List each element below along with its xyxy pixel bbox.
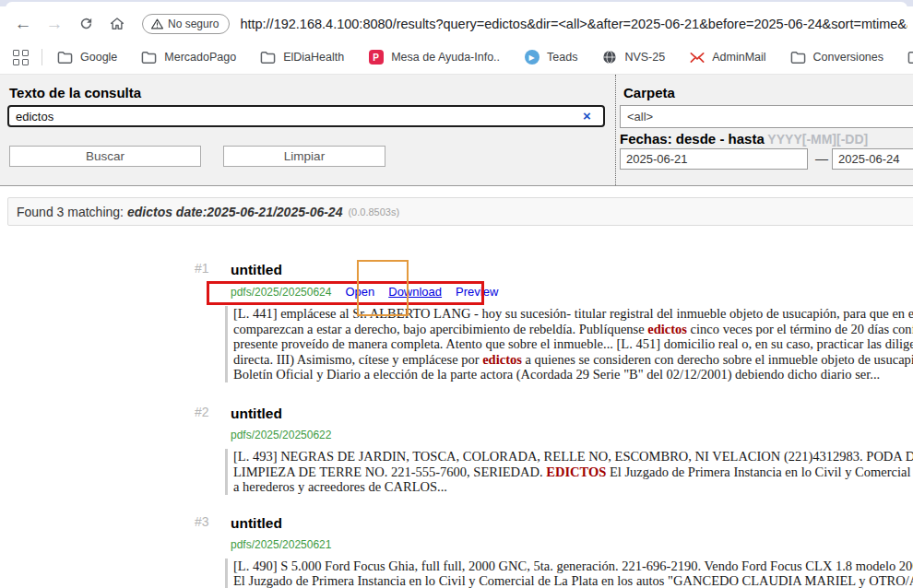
found-time: (0.0.8503s) <box>348 206 399 218</box>
result-title: untitled <box>231 514 913 532</box>
result-title: untitled <box>231 405 913 422</box>
bookmark-item[interactable]: AdminMail <box>689 50 765 65</box>
folder-select[interactable]: <all> <box>620 105 913 128</box>
search-form: Texto de la consulta × Buscar Limpiar Ca… <box>0 75 913 186</box>
warning-icon <box>151 18 163 29</box>
excerpt-line: Boletín Oficial y Diario a elección de l… <box>233 367 913 382</box>
bookmark-item[interactable]: MercadoPago <box>141 50 236 65</box>
excerpt-text: El Juzgado de Primera Instancia en lo Ci… <box>606 465 913 479</box>
result-title: untitled <box>231 261 913 278</box>
highlighted-term: EDICTOS <box>546 465 606 479</box>
bookmark-label: AdminMail <box>712 51 765 64</box>
mail-icon <box>689 50 705 65</box>
bookmark-item[interactable]: Google <box>57 50 117 65</box>
excerpt-text: Boletín Oficial y Diario a elección de l… <box>233 367 880 382</box>
reload-button[interactable] <box>72 10 100 38</box>
result-item: #2untitledpdfs/2025/20250622[L. 493] NEG… <box>0 382 913 495</box>
date-to-input[interactable] <box>832 148 913 170</box>
folder-label: Carpeta <box>623 85 675 100</box>
excerpt-line: LIMPIEZA DE TERRE NO. 221-555-7600, SERI… <box>233 465 913 480</box>
bookmark-item[interactable]: NVS-25 <box>601 50 665 65</box>
result-excerpt: [L. 490] S 5.000 Ford Focus Ghia, full f… <box>225 559 913 588</box>
result-index: #3 <box>195 514 209 529</box>
excerpt-line: [L. 490] S 5.000 Ford Focus Ghia, full f… <box>233 559 913 574</box>
folder-icon <box>790 50 806 65</box>
bookmarks-separator <box>42 49 42 65</box>
back-button[interactable]: ← <box>9 10 37 38</box>
browser-toolbar: ← → No seguro http://192.168.4.100:8080/… <box>0 6 913 41</box>
excerpt-line: [L. 441] emplácese al Sr. ALBERTO LANG -… <box>233 306 913 322</box>
bookmark-item[interactable]: Sorteos <box>907 50 913 65</box>
found-prefix: Found 3 matching: <box>17 205 124 219</box>
excerpt-text: cinco veces por el término de 20 días co… <box>687 322 913 336</box>
clear-input-icon[interactable]: × <box>583 108 591 124</box>
result-excerpt: [L. 441] emplácese al Sr. ALBERTO LANG -… <box>225 306 913 382</box>
excerpt-line: El Juzgado de Primera Instancia en lo Ci… <box>233 573 913 588</box>
result-path: pdfs/2025/20250621 <box>231 538 331 552</box>
excerpt-line: comparezcan a estar a derecho, bajo aper… <box>233 322 913 337</box>
result-index: #1 <box>195 261 209 276</box>
forward-button[interactable]: → <box>41 10 68 38</box>
preview-link[interactable]: Preview <box>456 285 498 299</box>
result-path-row: pdfs/2025/20250624OpenDownloadPreview <box>231 285 913 300</box>
dates-format-hint: YYYY[-MM][-DD] <box>765 132 869 147</box>
active-tab <box>6 2 907 8</box>
bookmarks-bar: GoogleMercadoPagoElDiaHealthPMesa de Ayu… <box>0 41 913 75</box>
result-excerpt: [L. 493] NEGRAS DE JARDIN, TOSCA, COLORA… <box>225 449 913 495</box>
bookmark-label: Conversiones <box>813 51 883 64</box>
security-chip[interactable]: No seguro <box>142 14 230 34</box>
excerpt-text: [L. 490] S 5.000 Ford Focus Ghia, full f… <box>233 559 913 573</box>
url-text: http://192.168.4.100:8080/results?query=… <box>240 17 907 31</box>
bookmark-label: NVS-25 <box>624 51 665 64</box>
excerpt-text: comparezcan a estar a derecho, bajo aper… <box>233 322 647 336</box>
bookmark-label: Mesa de Ayuda-Info.. <box>391 51 500 64</box>
dates-label-row: Fechas: desde - hasta YYYY[-MM][-DD] <box>620 131 868 147</box>
excerpt-line: a herederos y acreedores de CARLOS... <box>233 479 913 495</box>
bookmark-item[interactable]: PMesa de Ayuda-Info.. <box>368 50 500 65</box>
folder-icon <box>260 50 276 65</box>
highlighted-term: edictos <box>482 352 522 367</box>
excerpt-text: a herederos y acreedores de CARLOS... <box>233 479 447 494</box>
date-range-dash: — <box>815 151 828 166</box>
clear-button[interactable]: Limpiar <box>223 146 385 167</box>
excerpt-text: a quienes se consideren con derecho sobr… <box>522 352 913 367</box>
bookmark-label: Google <box>80 51 117 64</box>
reload-icon <box>78 16 94 31</box>
date-from-input[interactable] <box>620 148 808 170</box>
found-query: edictos date:2025-06-21/2025-06-24 <box>127 205 342 219</box>
result-path-row: pdfs/2025/20250622 <box>231 429 913 442</box>
result-index: #2 <box>195 405 209 419</box>
bookmark-item[interactable]: Conversiones <box>790 50 883 65</box>
bookmark-label: Teads <box>547 51 577 64</box>
excerpt-line: [L. 493] NEGRAS DE JARDIN, TOSCA, COLORA… <box>233 449 913 465</box>
query-input[interactable] <box>7 105 605 127</box>
search-button[interactable]: Buscar <box>9 146 201 167</box>
excerpt-line: presente proveído de manera completa. At… <box>233 336 913 352</box>
excerpt-text: LIMPIEZA DE TERRE NO. 221-555-7600, SERI… <box>233 465 546 479</box>
bookmark-item[interactable]: ▶Teads <box>524 50 577 65</box>
bookmarks-list: GoogleMercadoPagoElDiaHealthPMesa de Ayu… <box>57 50 913 65</box>
result-path: pdfs/2025/20250624 <box>231 286 331 300</box>
bookmark-label: MercadoPago <box>164 51 236 64</box>
folder-icon <box>907 50 913 65</box>
dates-label: Fechas: desde - hasta <box>620 131 765 147</box>
download-link[interactable]: Download <box>388 285 442 299</box>
excerpt-text: directa. III) Asimismo, cítese y empláce… <box>233 352 482 367</box>
bookmark-label: ElDiaHealth <box>283 51 344 64</box>
apps-grid-icon[interactable] <box>13 50 29 65</box>
query-label: Texto de la consulta <box>9 85 141 100</box>
results-list: #1untitledpdfs/2025/20250624OpenDownload… <box>0 249 913 588</box>
address-bar[interactable]: No seguro http://192.168.4.100:8080/resu… <box>135 10 913 38</box>
open-link[interactable]: Open <box>345 285 374 299</box>
excerpt-text: [L. 493] NEGRAS DE JARDIN, TOSCA, COLORA… <box>233 449 913 464</box>
home-button[interactable] <box>103 10 131 38</box>
home-icon <box>109 16 125 32</box>
folder-icon <box>57 50 73 65</box>
play-icon: ▶ <box>524 50 540 65</box>
bookmark-item[interactable]: ElDiaHealth <box>260 50 344 65</box>
red-badge-icon: P <box>368 50 384 65</box>
folder-icon <box>141 50 157 65</box>
excerpt-line: directa. III) Asimismo, cítese y empláce… <box>233 352 913 368</box>
globe-icon <box>601 50 617 65</box>
result-path: pdfs/2025/20250622 <box>231 429 331 442</box>
